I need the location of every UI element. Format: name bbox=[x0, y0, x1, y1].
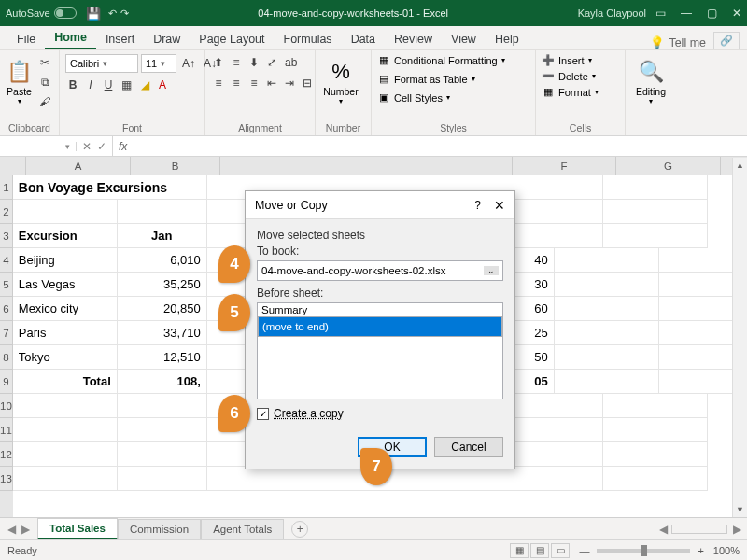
row-header[interactable]: 6 bbox=[0, 297, 13, 321]
row-header[interactable]: 3 bbox=[0, 224, 13, 248]
tell-me[interactable]: Tell me bbox=[669, 36, 706, 49]
sheet-tab-commission[interactable]: Commission bbox=[118, 519, 201, 539]
row-header[interactable]: 7 bbox=[0, 321, 13, 345]
row-header[interactable]: 1 bbox=[0, 175, 13, 200]
menu-review[interactable]: Review bbox=[385, 29, 442, 49]
share-button[interactable]: 🔗 bbox=[713, 32, 740, 49]
menu-data[interactable]: Data bbox=[342, 29, 385, 49]
row-header[interactable]: 8 bbox=[0, 345, 13, 370]
italic-button[interactable]: I bbox=[83, 77, 98, 93]
cell[interactable]: Excursion bbox=[13, 224, 118, 248]
row-header[interactable]: 5 bbox=[0, 273, 13, 297]
menu-draw[interactable]: Draw bbox=[144, 29, 190, 49]
cancel-button[interactable]: Cancel bbox=[434, 437, 503, 457]
cell[interactable]: Jan bbox=[118, 224, 207, 248]
cell-styles-button[interactable]: ▣Cell Styles▾ bbox=[377, 91, 450, 104]
increase-font-icon[interactable]: A↑ bbox=[179, 55, 198, 72]
copy-icon[interactable]: ⧉ bbox=[36, 74, 53, 91]
border-icon[interactable]: ▦ bbox=[119, 77, 134, 93]
number-format-button[interactable]: % Number ▾ bbox=[321, 54, 360, 110]
orientation-icon[interactable]: ⤢ bbox=[264, 54, 279, 71]
select-all-button[interactable] bbox=[0, 157, 26, 175]
scroll-right-icon[interactable]: ▶ bbox=[733, 523, 741, 536]
minimize-icon[interactable]: — bbox=[681, 7, 692, 20]
column-header-b[interactable]: B bbox=[131, 157, 220, 175]
bold-button[interactable]: B bbox=[65, 77, 80, 93]
sheet-tab-total-sales[interactable]: Total Sales bbox=[37, 518, 118, 539]
decrease-indent-icon[interactable]: ⇤ bbox=[264, 75, 279, 91]
column-header-a[interactable]: A bbox=[26, 157, 131, 175]
help-icon[interactable]: ? bbox=[474, 199, 481, 212]
fx-label[interactable]: fx bbox=[113, 140, 133, 153]
zoom-slider[interactable] bbox=[597, 549, 690, 553]
autosave-toggle[interactable]: AutoSave bbox=[6, 7, 77, 19]
delete-cells-button[interactable]: ➖Delete▾ bbox=[542, 70, 596, 82]
row-header[interactable]: 12 bbox=[0, 442, 13, 467]
menu-home[interactable]: Home bbox=[45, 27, 96, 49]
zoom-out-button[interactable]: — bbox=[579, 545, 589, 556]
close-icon[interactable]: ✕ bbox=[494, 198, 505, 213]
increase-indent-icon[interactable]: ⇥ bbox=[282, 75, 297, 91]
user-name[interactable]: Kayla Claypool bbox=[578, 7, 646, 19]
align-left-icon[interactable]: ≡ bbox=[211, 75, 226, 91]
cell[interactable]: Las Vegas bbox=[13, 273, 118, 297]
horizontal-scrollbar[interactable] bbox=[671, 525, 727, 534]
font-color-icon[interactable]: A bbox=[155, 77, 170, 93]
undo-icon[interactable]: ↶ bbox=[108, 7, 117, 20]
zoom-in-button[interactable]: + bbox=[698, 545, 703, 556]
align-middle-icon[interactable]: ≡ bbox=[229, 54, 244, 71]
normal-view-icon[interactable]: ▦ bbox=[510, 543, 529, 558]
editing-button[interactable]: 🔍 Editing ▾ bbox=[631, 54, 670, 110]
sheet-tab-agent-totals[interactable]: Agent Totals bbox=[201, 519, 284, 539]
menu-insert[interactable]: Insert bbox=[96, 29, 144, 49]
align-top-icon[interactable]: ⬆ bbox=[211, 54, 226, 71]
vertical-scrollbar[interactable]: ▲ ▼ bbox=[732, 158, 747, 517]
close-icon[interactable]: ✕ bbox=[732, 7, 741, 20]
cell[interactable]: Paris bbox=[13, 321, 118, 345]
align-center-icon[interactable]: ≡ bbox=[229, 75, 244, 91]
chevron-down-icon[interactable]: ⌄ bbox=[484, 266, 499, 275]
align-right-icon[interactable]: ≡ bbox=[247, 75, 261, 91]
cell[interactable]: 6,010 bbox=[118, 248, 207, 273]
cell[interactable]: 35,250 bbox=[118, 273, 207, 297]
scroll-left-icon[interactable]: ◀ bbox=[659, 523, 668, 536]
font-family-select[interactable]: Calibri▾ bbox=[65, 54, 138, 73]
conditional-formatting-button[interactable]: ▦Conditional Formatting▾ bbox=[377, 54, 505, 66]
wrap-text-icon[interactable]: ab bbox=[282, 54, 300, 71]
row-header[interactable]: 13 bbox=[0, 467, 13, 491]
font-size-select[interactable]: 11▾ bbox=[141, 54, 176, 73]
list-item[interactable]: (move to end) bbox=[258, 316, 502, 337]
name-box[interactable]: ▾ bbox=[0, 142, 77, 151]
cell[interactable]: 108, bbox=[118, 370, 207, 394]
cell[interactable]: Total bbox=[13, 370, 118, 394]
tab-nav-prev-icon[interactable]: ◀ bbox=[7, 523, 16, 536]
cell[interactable]: Tokyo bbox=[13, 345, 118, 370]
menu-formulas[interactable]: Formulas bbox=[275, 29, 342, 49]
page-layout-view-icon[interactable]: ▤ bbox=[530, 543, 549, 558]
tab-nav-next-icon[interactable]: ▶ bbox=[21, 523, 30, 536]
row-header[interactable]: 10 bbox=[0, 394, 13, 418]
row-header[interactable]: 4 bbox=[0, 248, 13, 273]
menu-help[interactable]: Help bbox=[486, 29, 529, 49]
column-header-g[interactable]: G bbox=[616, 157, 721, 175]
tell-me-icon[interactable]: 💡 bbox=[650, 35, 665, 49]
list-item[interactable]: Summary bbox=[258, 303, 502, 316]
cell[interactable]: 20,850 bbox=[118, 297, 207, 321]
chevron-down-icon[interactable]: ▾ bbox=[18, 97, 21, 105]
format-painter-icon[interactable]: 🖌 bbox=[36, 93, 53, 110]
paste-button[interactable]: 📋 Paste ▾ bbox=[6, 54, 33, 110]
column-header-f[interactable]: F bbox=[512, 157, 616, 175]
cell[interactable]: Mexico city bbox=[13, 297, 118, 321]
chevron-down-icon[interactable]: ▾ bbox=[649, 97, 653, 105]
menu-page-layout[interactable]: Page Layout bbox=[190, 29, 274, 49]
maximize-icon[interactable]: ▢ bbox=[707, 7, 717, 20]
page-break-view-icon[interactable]: ▭ bbox=[551, 543, 570, 558]
redo-icon[interactable]: ↷ bbox=[120, 7, 129, 20]
enter-formula-icon[interactable]: ✓ bbox=[97, 140, 106, 153]
menu-view[interactable]: View bbox=[442, 29, 486, 49]
ribbon-options-icon[interactable]: ▭ bbox=[655, 7, 666, 20]
save-icon[interactable]: 💾 bbox=[86, 7, 101, 21]
chevron-down-icon[interactable]: ▾ bbox=[339, 97, 343, 105]
merge-icon[interactable]: ⊟ bbox=[300, 75, 315, 91]
cell[interactable]: 33,710 bbox=[118, 321, 207, 345]
